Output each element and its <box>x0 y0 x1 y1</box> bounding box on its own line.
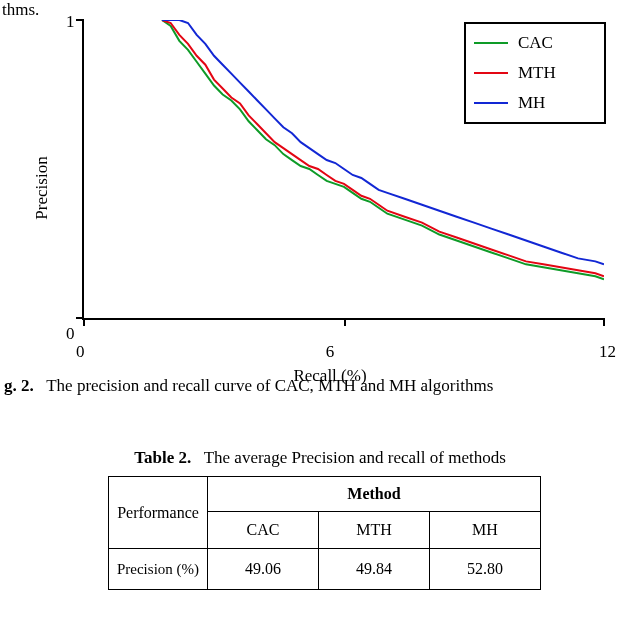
table-caption-text: The average Precision and recall of meth… <box>204 448 506 467</box>
y-tick-1: 1 <box>66 12 75 32</box>
legend-item-mth: MTH <box>474 58 594 88</box>
y-tick-0: 0 <box>66 324 75 344</box>
stray-text: thms. <box>2 0 39 20</box>
table-header-method: Method <box>208 477 541 512</box>
chart-legend: CAC MTH MH <box>464 22 606 124</box>
table-caption-prefix: Table 2. <box>134 448 191 467</box>
x-tick-0: 0 <box>76 342 85 362</box>
table-cell: 49.06 <box>208 549 319 590</box>
table-cell: 49.84 <box>319 549 430 590</box>
precision-recall-chart: 1 0 0 6 12 Precision Recall (%) CAC MTH <box>50 18 610 358</box>
table-cell: 52.80 <box>430 549 541 590</box>
y-axis-label: Precision <box>32 156 52 219</box>
legend-label-cac: CAC <box>518 33 553 53</box>
legend-label-mh: MH <box>518 93 545 113</box>
table-caption: Table 2. The average Precision and recal… <box>0 448 640 468</box>
legend-item-cac: CAC <box>474 28 594 58</box>
table-col-cac: CAC <box>208 512 319 549</box>
figure-caption: g. 2. The precision and recall curve of … <box>4 376 636 396</box>
legend-label-mth: MTH <box>518 63 556 83</box>
chart-axes: CAC MTH MH <box>82 20 604 320</box>
table-col-mth: MTH <box>319 512 430 549</box>
methods-table: Performance Method CAC MTH MH Precision … <box>108 476 541 590</box>
legend-item-mh: MH <box>474 88 594 118</box>
table-row-name-precision: Precision (%) <box>109 549 208 590</box>
legend-swatch-mh <box>474 102 508 104</box>
table-header-performance: Performance <box>109 477 208 549</box>
x-tick-6: 6 <box>326 342 335 362</box>
table-row: Precision (%) 49.06 49.84 52.80 <box>109 549 541 590</box>
figure-caption-prefix: g. 2. <box>4 376 34 395</box>
x-tick-12: 12 <box>599 342 616 362</box>
legend-swatch-cac <box>474 42 508 44</box>
table-col-mh: MH <box>430 512 541 549</box>
legend-swatch-mth <box>474 72 508 74</box>
table-row: Performance Method <box>109 477 541 512</box>
figure-caption-text: The precision and recall curve of CAC, M… <box>46 376 493 395</box>
